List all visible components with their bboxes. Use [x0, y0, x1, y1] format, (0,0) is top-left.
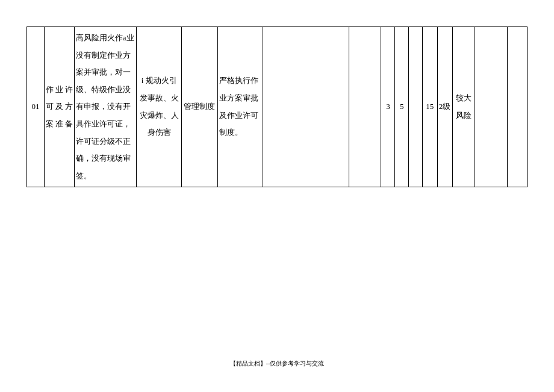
table-row: 01 作业许可及方案准备 高风险用火作a业没有制定作业方案并审批，对一级、特级作…	[27, 27, 528, 187]
cell-consequence: i 规动火引发事故、火灾爆炸、人 身伤害	[137, 27, 182, 187]
cell-type: 管理制度	[181, 27, 217, 187]
footer-text: 【精品文档】--仅供参考学习与交流	[0, 359, 554, 368]
cell-14	[475, 27, 507, 187]
cell-hazard: 高风险用火作a业没有制定作业方案并审批，对一级、特级作业没有申报，没有开具作业许…	[74, 27, 137, 187]
cell-15	[507, 27, 527, 187]
cell-6	[263, 27, 349, 187]
cell-level: 2级	[437, 27, 452, 187]
cell-10	[409, 27, 423, 187]
cell-s: 5	[395, 27, 409, 187]
cell-measure: 严格执行作业方案审批及作业许可制度。	[218, 27, 263, 187]
risk-table: 01 作业许可及方案准备 高风险用火作a业没有制定作业方案并审批，对一级、特级作…	[26, 26, 528, 187]
cell-activity: 作业许可及方案准备	[45, 27, 75, 187]
cell-l: 3	[381, 27, 395, 187]
cell-7	[349, 27, 381, 187]
cell-r: 15	[422, 27, 437, 187]
table-container: 01 作业许可及方案准备 高风险用火作a业没有制定作业方案并审批，对一级、特级作…	[26, 26, 528, 187]
cell-id: 01	[27, 27, 45, 187]
cell-risk: 较大风险	[452, 27, 475, 187]
